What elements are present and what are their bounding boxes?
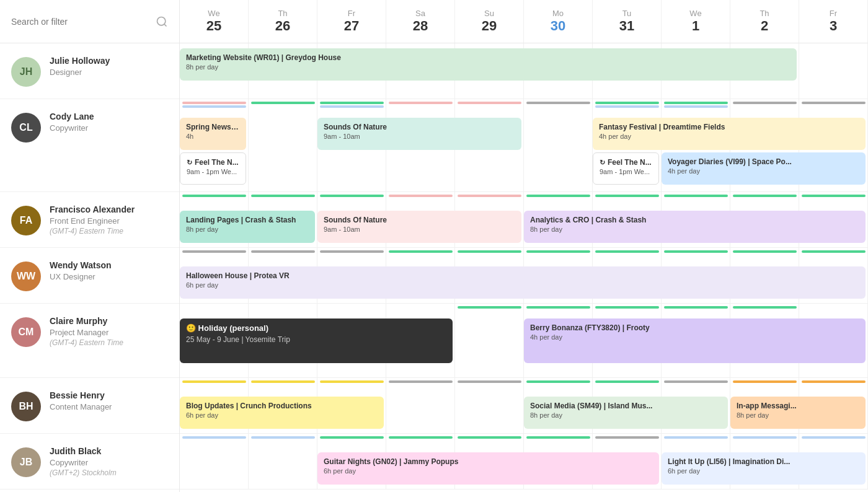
- person-tz-judith: (GMT+2) Stockholm: [50, 468, 168, 477]
- event-sub: 4h per day: [599, 133, 859, 140]
- people-list: JH Julie Holloway Designer CL Cody Lane …: [0, 43, 179, 492]
- day-cell: [455, 304, 524, 377]
- person-info-bessie: Bessie Henry Content Manager: [50, 390, 168, 411]
- event-block[interactable]: Social Media (SM49) | Island Mus... 8h p…: [524, 397, 728, 429]
- person-row-claire[interactable]: CM Claire Murphy Project Manager (GMT-4)…: [0, 304, 179, 378]
- event-title: Light It Up (LI56) | Imagination Di...: [668, 457, 859, 466]
- event-block[interactable]: Halloween House | Protea VR 6h per day: [180, 266, 866, 299]
- resource-row-claire: 🙂 Holiday (personal) 25 May - 9 June | Y…: [180, 304, 868, 378]
- person-info-wendy: Wendy Watson UX Designer: [50, 260, 168, 281]
- event-block[interactable]: Sounds Of Nature 9am - 10am: [317, 118, 521, 150]
- day-header-Su29: Su 29: [455, 0, 524, 43]
- day-num: 30: [551, 18, 565, 34]
- person-row-bessie[interactable]: BH Bessie Henry Content Manager: [0, 378, 179, 434]
- event-block[interactable]: Blog Updates | Crunch Productions 6h per…: [180, 397, 384, 429]
- event-sub: 8h per day: [186, 63, 790, 71]
- app-container: JH Julie Holloway Designer CL Cody Lane …: [0, 0, 868, 492]
- person-row-wendy[interactable]: WW Wendy Watson UX Designer: [0, 248, 179, 304]
- person-info-francisco: Francisco Alexander Front End Engineer (…: [50, 204, 168, 235]
- resource-row-judith: Guitar Nights (GN02) | Jammy Popups 6h p…: [180, 434, 868, 490]
- person-row-judith[interactable]: JB Judith Black Copywriter (GMT+2) Stock…: [0, 434, 179, 490]
- person-role-cody: Copywriter: [50, 123, 168, 133]
- event-title: Analytics & CRO | Crash & Stash: [530, 216, 859, 224]
- event-title: Fantasy Festival | Dreamtime Fields: [599, 123, 859, 131]
- resource-row-julie: Marketing Website (WR01) | Greydog House…: [180, 43, 868, 99]
- person-name-claire: Claire Murphy: [50, 316, 168, 326]
- search-input[interactable]: [11, 17, 156, 27]
- person-row-francisco[interactable]: FA Francisco Alexander Front End Enginee…: [0, 192, 179, 248]
- event-title: Social Media (SM49) | Island Mus...: [530, 402, 722, 410]
- event-sub: 6h per day: [186, 411, 378, 419]
- day-num: 2: [761, 18, 768, 34]
- day-cell: [249, 99, 317, 191]
- resource-row-francisco: Landing Pages | Crash & Stash 8h per day…: [180, 192, 868, 248]
- person-info-judith: Judith Black Copywriter (GMT+2) Stockhol…: [50, 446, 168, 477]
- person-name-francisco: Francisco Alexander: [50, 204, 168, 214]
- svg-point-0: [157, 17, 166, 25]
- day-name: Tu: [622, 9, 632, 18]
- day-num: 26: [275, 18, 290, 34]
- event-sub: 9am - 10am: [324, 133, 515, 140]
- day-header-We25: We 25: [180, 0, 249, 43]
- event-block[interactable]: Voyager Diaries (VI99) | Space Po... 4h …: [662, 152, 866, 185]
- event-block[interactable]: Guitar Nights (GN02) | Jammy Popups 6h p…: [317, 452, 659, 485]
- avatar-francisco: FA: [11, 206, 41, 235]
- day-header-We1: We 1: [662, 0, 730, 43]
- day-cell: [180, 434, 249, 490]
- event-block[interactable]: 🙂 Holiday (personal) 25 May - 9 June | Y…: [180, 318, 453, 363]
- person-role-claire: Project Manager: [50, 328, 168, 337]
- person-name-wendy: Wendy Watson: [50, 260, 168, 270]
- event-block[interactable]: Marketing Website (WR01) | Greydog House…: [180, 48, 797, 81]
- day-cell: [249, 434, 317, 490]
- event-block[interactable]: ↻Feel The N... 9am - 1pm We...: [593, 152, 659, 185]
- event-sub: 8h per day: [530, 411, 722, 419]
- avatar-julie: JH: [11, 57, 41, 87]
- day-num: 1: [692, 18, 699, 34]
- event-block[interactable]: In-app Messagi... 8h per day: [730, 397, 866, 429]
- event-block[interactable]: Fantasy Festival | Dreamtime Fields 4h p…: [593, 118, 866, 150]
- event-block[interactable]: Berry Bonanza (FTY3820) | Frooty 4h per …: [524, 318, 866, 363]
- day-num: 27: [344, 18, 359, 34]
- person-tz-claire: (GMT-4) Eastern Time: [50, 338, 168, 347]
- event-title: Halloween House | Protea VR: [186, 271, 859, 280]
- event-title: Spring Newsletter: [186, 123, 240, 131]
- event-title: Berry Bonanza (FTY3820) | Frooty: [530, 323, 859, 332]
- event-sub: 9am - 1pm We...: [187, 168, 239, 175]
- event-block[interactable]: Spring Newsletter 4h: [180, 118, 246, 150]
- person-info-julie: Julie Holloway Designer: [50, 56, 168, 77]
- avatar-judith: JB: [11, 447, 41, 477]
- person-row-cody[interactable]: CL Cody Lane Copywriter: [0, 99, 179, 192]
- event-title: 🙂 Holiday (personal): [186, 323, 446, 333]
- resource-row-bessie: Blog Updates | Crunch Productions 6h per…: [180, 378, 868, 434]
- event-block[interactable]: Light It Up (LI56) | Imagination Di... 6…: [662, 452, 866, 485]
- person-name-bessie: Bessie Henry: [50, 390, 168, 400]
- avatar-cody: CL: [11, 113, 41, 143]
- day-cell: [524, 99, 593, 191]
- person-row-julie[interactable]: JH Julie Holloway Designer: [0, 43, 179, 99]
- event-block[interactable]: Analytics & CRO | Crash & Stash 8h per d…: [524, 211, 866, 243]
- day-header-Fr3: Fr 3: [799, 0, 868, 43]
- resource-row-wendy: Halloween House | Protea VR 6h per day: [180, 248, 868, 304]
- calendar-header: We 25 Th 26 Fr 27 Sa 28 Su 29 Mo 30 Tu 3…: [180, 0, 868, 43]
- day-name: Sa: [415, 9, 425, 18]
- day-header-Sa28: Sa 28: [386, 0, 455, 43]
- day-num: 25: [206, 18, 221, 34]
- event-sub: 8h per day: [186, 226, 309, 233]
- event-sub: 4h per day: [668, 167, 859, 175]
- event-sub: 6h per day: [324, 467, 653, 475]
- day-name: Th: [760, 9, 769, 18]
- day-num: 29: [482, 18, 497, 34]
- day-header-Th2: Th 2: [730, 0, 799, 43]
- person-info-cody: Cody Lane Copywriter: [50, 112, 168, 133]
- event-title: In-app Messagi...: [737, 402, 859, 410]
- event-sub: 8h per day: [530, 226, 859, 233]
- event-block[interactable]: ↻Feel The N... 9am - 1pm We...: [180, 152, 246, 185]
- search-icon: [156, 15, 168, 28]
- event-title: Voyager Diaries (VI99) | Space Po...: [668, 157, 859, 166]
- event-block[interactable]: Landing Pages | Crash & Stash 8h per day: [180, 211, 315, 243]
- event-title: ↻Feel The N...: [187, 158, 239, 167]
- event-title: Landing Pages | Crash & Stash: [186, 216, 309, 224]
- event-block[interactable]: Sounds Of Nature 9am - 10am: [317, 211, 521, 243]
- person-role-francisco: Front End Engineer: [50, 216, 168, 226]
- day-header-Th26: Th 26: [249, 0, 317, 43]
